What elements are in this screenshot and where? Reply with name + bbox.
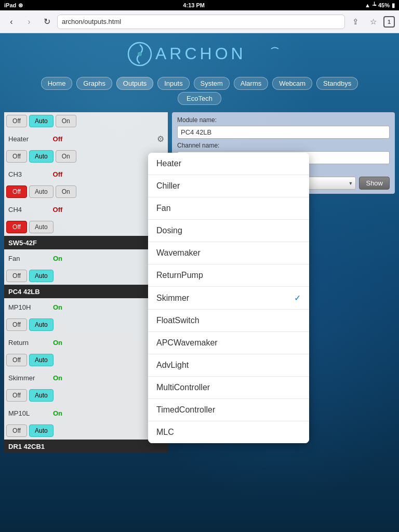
heater-channel-row: Heater Off ⚙ — [4, 130, 168, 148]
dropdown-item-chiller[interactable]: Chiller — [148, 175, 309, 197]
nav-outputs[interactable]: Outputs — [116, 77, 154, 90]
dropdown-timedcontroller-label: TimedController — [156, 405, 215, 415]
dropdown-skimmer-label: Skimmer — [156, 294, 189, 303]
skimmer-off-button[interactable]: Off — [6, 389, 27, 402]
nav-webcam[interactable]: Webcam — [272, 77, 312, 90]
dropdown-advlight-label: AdvLight — [156, 361, 189, 370]
return-status: On — [45, 339, 71, 347]
return-auto-button[interactable]: Auto — [29, 354, 54, 366]
nav-graphs[interactable]: Graphs — [76, 77, 112, 90]
dropdown-item-returnpump[interactable]: ReturnPump — [148, 264, 309, 287]
dropdown-heater-label: Heater — [156, 159, 181, 168]
dropdown-returnpump-label: ReturnPump — [156, 271, 203, 280]
module-name-input[interactable] — [177, 126, 390, 139]
svg-point-1 — [138, 52, 142, 56]
mp10h-label: MP10H — [6, 303, 43, 311]
dropdown-item-multicontroller[interactable]: MultiController — [148, 377, 309, 399]
ch3-channel-row: CH3 Off ⚙ — [4, 165, 168, 183]
status-bar: iPad ⊛ 4:13 PM ▲ ┶ 45% ▮ — [0, 0, 399, 10]
mp10l-off-button[interactable]: Off — [6, 424, 27, 437]
dropdown-item-skimmer[interactable]: Skimmer ✓ — [148, 287, 309, 310]
nav-bar: Home Graphs Outputs Inputs System Alarms… — [0, 74, 399, 108]
fan-off-button[interactable]: Off — [6, 270, 27, 282]
show-button[interactable]: Show — [359, 177, 390, 190]
heater-gear-icon[interactable]: ⚙ — [155, 134, 166, 144]
dropdown-mlc-label: MLC — [156, 428, 174, 437]
channel-name-label: Channel name: — [177, 142, 390, 149]
mp10h-off-button[interactable]: Off — [6, 318, 27, 331]
skimmer-toggle-row: Off Auto — [4, 387, 168, 404]
location-icon: ▲ — [365, 2, 370, 8]
dropdown-item-fan[interactable]: Fan — [148, 197, 309, 220]
nav-inputs[interactable]: Inputs — [157, 77, 189, 90]
mp10h-toggle-row: Off Auto — [4, 316, 168, 334]
ch4-off-button[interactable]: Off — [6, 185, 27, 198]
heater-on-button[interactable]: On — [56, 115, 76, 127]
heater-auto-button[interactable]: Auto — [29, 115, 54, 127]
mp10h-status: On — [45, 303, 71, 311]
fan-toggle-row: Off Auto — [4, 267, 168, 285]
skimmer-label: Skimmer — [6, 374, 43, 382]
module-name-label: Module name: — [177, 116, 390, 124]
ch4-second-row: Off Auto — [4, 218, 168, 236]
ch4-channel-row: CH4 Off ⚙ — [4, 201, 168, 218]
back-button[interactable]: ‹ — [4, 15, 19, 29]
browser-chrome: ‹ › ↻ archon/outputs.html ⇪ ☆ 1 — [0, 10, 399, 33]
ch3-on-button[interactable]: On — [56, 150, 76, 163]
dropdown-chiller-label: Chiller — [156, 181, 180, 191]
reload-button[interactable]: ↻ — [39, 15, 54, 29]
dropdown-overlay: Heater Chiller Fan Dosing Wavemaker Retu… — [148, 153, 309, 443]
dropdown-item-apcwavemaker[interactable]: APCWavemaker — [148, 332, 309, 354]
nav-ecotech[interactable]: EcoTech — [178, 92, 221, 105]
ch4-toggle-row: Off Auto On — [4, 183, 168, 201]
checkmark-icon: ✓ — [294, 293, 301, 303]
bookmark-button[interactable]: ☆ — [366, 15, 380, 29]
pc4-section-header: PC4 42LB — [4, 285, 168, 298]
share-button[interactable]: ⇪ — [348, 15, 363, 29]
dropdown-item-floatswitch[interactable]: FloatSwitch — [148, 310, 309, 332]
heater-off-button[interactable]: Off — [6, 115, 27, 127]
forward-button[interactable]: › — [22, 15, 36, 29]
nav-home[interactable]: Home — [41, 77, 73, 90]
dropdown-item-advlight[interactable]: AdvLight — [148, 354, 309, 377]
return-channel-row: Return On — [4, 334, 168, 351]
logo-svg: ARCHON — [116, 39, 283, 68]
dropdown-item-wavemaker[interactable]: Wavemaker — [148, 242, 309, 264]
tab-count-badge[interactable]: 1 — [383, 16, 395, 28]
ch3-status: Off — [45, 170, 71, 178]
ch4b-off-button[interactable]: Off — [6, 221, 27, 233]
fan-auto-button[interactable]: Auto — [29, 270, 54, 282]
heater-toggle-row: Off Auto On — [4, 112, 168, 130]
ch4-auto-button[interactable]: Auto — [29, 185, 54, 198]
fan-label: Fan — [6, 255, 43, 262]
mp10h-auto-button[interactable]: Auto — [29, 318, 54, 331]
dropdown-item-dosing[interactable]: Dosing — [148, 220, 309, 242]
sw5-section-header: SW5-42F — [4, 236, 168, 249]
ch4b-auto-button[interactable]: Auto — [29, 221, 54, 233]
return-off-button[interactable]: Off — [6, 354, 27, 366]
nav-alarms[interactable]: Alarms — [234, 77, 268, 90]
carrier-label: iPad — [4, 2, 16, 8]
dropdown-floatswitch-label: FloatSwitch — [156, 316, 200, 325]
dropdown-item-timedcontroller[interactable]: TimedController — [148, 399, 309, 421]
mp10l-label: MP10L — [6, 409, 43, 417]
dropdown-apcwavemaker-label: APCWavemaker — [156, 338, 218, 348]
nav-system[interactable]: System — [194, 77, 230, 90]
battery-icon: ▮ — [392, 2, 395, 9]
ch4-on-button[interactable]: On — [56, 185, 76, 198]
ch3-auto-button[interactable]: Auto — [29, 150, 54, 163]
nav-standbys[interactable]: Standbys — [316, 77, 358, 90]
skimmer-status: On — [45, 374, 71, 382]
mp10l-auto-button[interactable]: Auto — [29, 424, 54, 437]
ch3-off-button[interactable]: Off — [6, 150, 27, 163]
skimmer-auto-button[interactable]: Auto — [29, 389, 54, 402]
dropdown-multicontroller-label: MultiController — [156, 383, 210, 392]
dropdown-dosing-label: Dosing — [156, 226, 182, 235]
dropdown-item-mlc[interactable]: MLC — [148, 421, 309, 443]
dropdown-item-heater[interactable]: Heater — [148, 153, 309, 175]
left-panel: Off Auto On Heater Off ⚙ Off Auto On CH3… — [4, 112, 168, 453]
ch3-label: CH3 — [6, 170, 43, 178]
time-label: 4:13 PM — [183, 2, 205, 8]
main-content: ARCHON Home Graphs Outputs Inputs System… — [0, 33, 399, 532]
heater-status: Off — [45, 135, 71, 143]
